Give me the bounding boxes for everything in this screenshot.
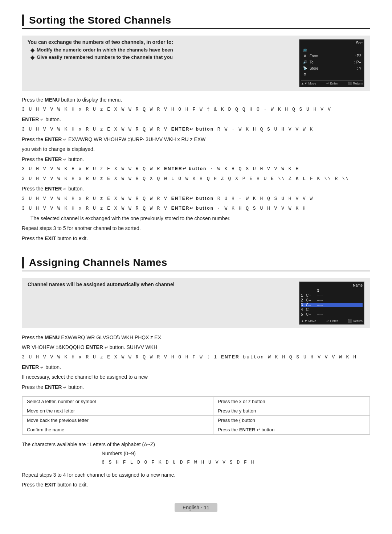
gear-icon: ⚙ [302, 72, 307, 77]
assign-exit: Press the EXIT button to exit. [22, 481, 370, 489]
name-row-top: 3 [301, 289, 363, 293]
tv-icon: 📺 [302, 47, 307, 52]
chars-line-2: Numbers (0~9) [102, 449, 370, 458]
table-row-4: Confirm the name Press the ENTER ↵ butto… [23, 425, 370, 435]
sort-screen-body: 📺 🖥 From : P2 🔊 To : P-- 📡 Store : ? [301, 46, 363, 79]
name-screen-rows: 3 1 C-- ----- 2 C-- ----- 3 C-- ----- [301, 289, 363, 316]
sorting-header: Sorting the Stored Channels [22, 15, 370, 29]
sorting-intro-box: You can exchange the numbers of two chan… [22, 36, 370, 91]
table-row-2: Move on the next letter Press the y butt… [23, 406, 370, 416]
sorting-title: Sorting the Stored Channels [29, 15, 171, 26]
table-cell-key-2: Press the y button [213, 406, 370, 416]
assign-step-3: 3 U H V V W K H x R U z E X W W R Q W R … [22, 353, 370, 361]
assigning-title: Assigning Channels Names [29, 257, 167, 268]
assigning-content: Press the MENU EXWWRQ WR GLVSOD\\ WKH PH… [22, 333, 370, 391]
name-screen-title: Name [301, 283, 363, 287]
sort-step-4b: you wish to change is displayed. [22, 145, 370, 153]
sort-step-3: 3 U H V V W K H x R U z E X W W R Q W R … [22, 126, 370, 134]
table-cell-key-3: Press the { button [213, 416, 370, 425]
signal-icon: 📡 [302, 66, 307, 71]
table-cell-action-4: Confirm the name [23, 425, 213, 435]
sort-row-to: 🔊 To : P-- [302, 59, 361, 65]
table-cell-action-2: Move on the next letter [23, 406, 213, 416]
chars-line-3: 6 S H F L D O F K D U D F W H U V V S D … [102, 459, 370, 467]
sort-step-5: 3 U H V V W K H x R U z E X W W R Q W R … [22, 165, 370, 173]
assigning-header: Assigning Channels Names [22, 257, 370, 271]
sort-step-1: Press the MENU button to display the men… [22, 96, 370, 104]
table-cell-key-1: Press the x or z button [213, 397, 370, 406]
sort-step-2: 3 U H V V W K H x R U z E X W W R Q W R … [22, 106, 370, 114]
sort-row-icon1: 📺 [302, 47, 361, 52]
sorting-bullet-1: Modify the numeric order in which the ch… [30, 47, 292, 53]
characters-info: The characters available are : Letters o… [22, 440, 370, 466]
assign-step-5: Press the ENTER ↵ button. [22, 383, 370, 391]
table-row-3: Move back the previous letter Press the … [23, 416, 370, 425]
name-row-1: 1 C-- ----- [301, 293, 363, 297]
assigning-intro-main: Channel names will be assigned automatic… [28, 282, 292, 287]
sort-row-gear: ⚙ [302, 72, 361, 77]
key-table: Select a letter, number or symbol Press … [22, 396, 370, 435]
assign-step-3b: ENTER ↵ button. [22, 363, 370, 371]
assigning-intro-box: Channel names will be assigned automatic… [22, 278, 370, 328]
name-row-2: 2 C-- ----- [301, 298, 363, 302]
page-badge: English - 11 [175, 503, 217, 512]
name-row-4: 4 C-- ----- [301, 308, 363, 312]
sort-screen-footer: ▲▼ Move ↵ Enter ⬛ Return [301, 80, 363, 85]
assigning-footer-steps: Repeat steps 3 to 4 for each channel to … [22, 471, 370, 489]
sort-step-8: 3 U H V V W K H x R U z E X W W R Q W R … [22, 205, 370, 213]
table-row-1: Select a letter, number or symbol Press … [23, 397, 370, 406]
page-footer: English - 11 [22, 503, 370, 512]
sort-step-6b: Press the ENTER ↵ button. [22, 185, 370, 193]
sort-repeat: Repeat steps 3 to 5 for another channel … [22, 224, 370, 232]
sort-screen-title: Sort [301, 41, 363, 45]
sorting-bullet-2: Give easily remembered numbers to the ch… [30, 54, 292, 60]
sorting-intro-text: You can exchange the numbers of two chan… [28, 39, 292, 62]
sort-step-7: 3 U H V V W K H x R U z E X W W R Q W R … [22, 195, 370, 203]
sorting-section: Sorting the Stored Channels You can exch… [22, 15, 370, 242]
sort-step-4a: Press the ENTER ↵ EXWWRQ WR VHOHFW ‡)URP… [22, 135, 370, 143]
assign-step-1: Press the MENU EXWWRQ WR GLVSOD\\ WKH PH… [22, 333, 370, 341]
name-screen-footer: ▲▼ Move ↵ Enter ⬛ Return [301, 318, 363, 323]
table-cell-action-3: Move back the previous letter [23, 416, 213, 425]
monitor-icon: 🖥 [302, 53, 307, 58]
sort-screen: Sort 📺 🖥 From : P2 🔊 To : P-- 📡 [299, 39, 364, 87]
assigning-section: Assigning Channels Names Channel names w… [22, 257, 370, 489]
table-cell-action-1: Select a letter, number or symbol [23, 397, 213, 406]
sort-step-2b: ENTER ↵ button. [22, 115, 370, 123]
name-screen: Name 3 1 C-- ----- 2 C-- ----- [299, 282, 364, 325]
assign-repeat: Repeat steps 3 to 4 for each channel to … [22, 471, 370, 479]
assign-step-4: If necessary, select the channel to be a… [22, 373, 370, 381]
accent-bar-2 [22, 257, 24, 268]
sorting-content: Press the MENU button to display the men… [22, 96, 370, 242]
sort-step-6: 3 U H V V W K H x R U z E X W W R Q X Q … [22, 175, 370, 183]
chars-line-1: The characters available are : Letters o… [22, 440, 370, 449]
speaker-icon: 🔊 [302, 59, 307, 65]
sorting-intro-main: You can exchange the numbers of two chan… [28, 39, 292, 45]
accent-bar [22, 15, 24, 26]
name-row-3-selected: 3 C-- ----- [301, 303, 363, 307]
assigning-intro-text: Channel names will be assigned automatic… [28, 282, 292, 289]
sort-row-store: 📡 Store : ? [302, 66, 361, 71]
table-cell-key-4: Press the ENTER ↵ button [213, 425, 370, 435]
sort-step-4c: Press the ENTER ↵ button. [22, 155, 370, 163]
sort-step-8b: The selected channel is exchanged with t… [30, 214, 370, 222]
assign-step-2: WR VHOHFW ‡&KDQQHO ENTER ↵ button. SUHVV… [22, 343, 370, 351]
name-row-5: 5 C-- ----- [301, 312, 363, 316]
key-table-inner: Select a letter, number or symbol Press … [22, 397, 370, 435]
sort-exit: Press the EXIT button to exit. [22, 234, 370, 242]
sort-row-from: 🖥 From : P2 [302, 53, 361, 58]
